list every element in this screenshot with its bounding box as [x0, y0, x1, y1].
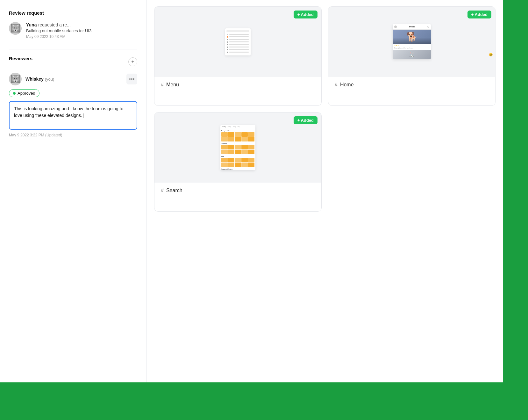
home-small-image: 🐰 😊: [393, 50, 431, 59]
requester-name: Yuna: [26, 22, 37, 27]
dot3: [133, 78, 134, 80]
cell-25: [248, 158, 254, 162]
search-grid-2: [220, 145, 255, 155]
home-added-badge: + Added: [467, 11, 491, 18]
search-mockup: Trending Crafting Selling Help Pets you …: [220, 125, 255, 170]
dot2: [131, 78, 132, 80]
request-timestamp: May 09 2022 10:43 AM: [26, 34, 91, 39]
star3-icon: ★: [397, 45, 399, 47]
search-tabs: Trending Crafting Selling Help: [220, 125, 255, 129]
home-card-label: # Home: [328, 77, 495, 93]
text-cursor-icon: [83, 113, 83, 118]
notifications-icon: [227, 44, 228, 45]
home-card-footer: [328, 93, 495, 105]
cell-7: [228, 137, 234, 141]
reviewer-row: 🐺 Whiskey (you): [9, 73, 137, 85]
reviewer-you-label: (you): [45, 77, 54, 82]
search-grid-3: [220, 157, 255, 167]
cell-27: [228, 163, 234, 167]
home-card-preview: + Added Petma 🐕: [328, 7, 495, 77]
pets-you-follow-title: Pets you follow: [220, 129, 255, 132]
add-reviewer-button[interactable]: +: [128, 57, 137, 66]
divider: [9, 49, 137, 49]
comment-box[interactable]: This is looking amazing and I know the t…: [9, 101, 137, 130]
menu-mockup-settings: [226, 46, 249, 48]
approved-badge: Approved: [9, 89, 39, 97]
avatar-wolf-icon: 🐺: [11, 24, 20, 33]
menu-mockup-header: [226, 30, 249, 32]
menu-mockup-profile: [226, 41, 249, 43]
requester-name-action: Yuna requested a re...: [26, 22, 91, 28]
profile-icon: [227, 41, 228, 43]
first-last-icon: [227, 36, 228, 38]
cell-11: [221, 145, 228, 149]
home-card[interactable]: + Added Petma 🐕: [328, 6, 496, 106]
reviewers-section: Reviewers + 🐺 Whiskey (you): [9, 56, 137, 137]
cell-5: [248, 132, 254, 137]
review-request-section: Review request 🐺 Yuna requested a re... …: [9, 10, 137, 39]
requester-row: 🐺 Yuna requested a re... Building out mo…: [9, 22, 137, 39]
cell-24: [241, 158, 248, 162]
cell-22: [228, 158, 234, 162]
search-menu-icon: [227, 49, 228, 50]
requester-avatar: 🐺: [9, 22, 22, 35]
comment-timestamp: May 9 2022 3:22 PM (Updated): [9, 133, 137, 137]
home-large-image: 🐕: [393, 30, 431, 44]
suggested-title: Suggested for you: [220, 167, 255, 170]
dot1: [129, 78, 131, 80]
approved-dot-icon: [13, 92, 16, 95]
menu-card-footer: [154, 93, 321, 105]
menu-mockup-home: [226, 38, 249, 41]
cell-9: [241, 137, 248, 141]
search-label-text: Search: [166, 188, 182, 193]
requester-action: requested a re...: [38, 22, 71, 27]
cell-30: [248, 163, 254, 167]
home-mockup-header: Petma: [393, 24, 431, 30]
tab-help: Help: [237, 126, 240, 128]
cell-18: [235, 150, 241, 154]
menu-mockup: [225, 28, 251, 55]
cell-28: [235, 163, 241, 167]
star2-icon: ★: [396, 45, 397, 47]
home-mockup-title: Petma: [409, 26, 415, 28]
menu-card[interactable]: + Added: [154, 6, 322, 106]
tab-crafting: Crafting: [227, 126, 232, 128]
home-stars: ★ ★ ★: [393, 44, 431, 47]
search-card[interactable]: + Added Trending Crafting Selling Help P…: [154, 112, 322, 212]
review-request-title: Review request: [9, 10, 137, 16]
tab-trending: Trending: [221, 126, 226, 128]
cell-16: [221, 150, 228, 154]
menu-mockup-notifications: [226, 43, 249, 46]
cell-29: [241, 163, 248, 167]
menu-mockup-search: [226, 48, 249, 51]
new-title: New: [220, 155, 255, 157]
menu-mockup-back: [226, 33, 249, 36]
requester-info: Yuna requested a re... Building out mobi…: [26, 22, 91, 39]
menu-hash-icon: #: [161, 82, 164, 88]
search-hash-icon: #: [161, 188, 164, 193]
pet-rabbit-image: 🐰: [408, 51, 415, 58]
search-card-preview: + Added Trending Crafting Selling Help P…: [154, 112, 321, 183]
requester-description: Building out mobile surfaces for UI3: [26, 28, 91, 33]
left-panel: Review request 🐺 Yuna requested a re... …: [0, 0, 146, 382]
cell-17: [228, 150, 234, 154]
search-card-footer: [154, 199, 321, 211]
right-panel: + Added: [146, 0, 503, 382]
cell-20: [248, 150, 254, 154]
reviewers-title: Reviewers: [9, 56, 32, 61]
home-mockup-avatar: [394, 25, 397, 28]
cell-6: [221, 137, 228, 141]
reviewer-more-button[interactable]: [126, 74, 137, 84]
cell-3: [235, 132, 241, 137]
home-mockup: Petma 🐕 ★ ★ ★ Daisy is Sydney: [393, 24, 431, 59]
search-grid-1: [220, 132, 255, 142]
menu-added-badge: + Added: [294, 11, 318, 18]
star1-icon: ★: [394, 45, 396, 47]
menu-label-text: Menu: [166, 82, 179, 88]
cell-2: [228, 132, 234, 137]
cell-8: [235, 137, 241, 141]
tab-selling: Selling: [232, 126, 236, 128]
home-caption: Daisy is Sydney's is the best day of the…: [393, 47, 431, 50]
menu-mockup-messaging: [226, 51, 249, 54]
back-icon: [227, 34, 228, 35]
